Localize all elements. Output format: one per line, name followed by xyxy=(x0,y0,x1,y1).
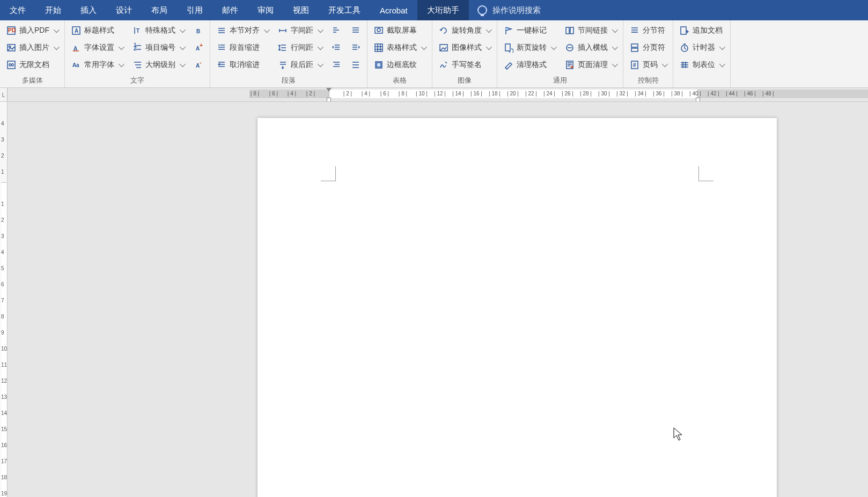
char-spacing-button[interactable]: 字间距 xyxy=(275,23,325,39)
ruler-v-tick: 15 xyxy=(1,426,7,432)
tell-me-search[interactable]: 操作说明搜索 xyxy=(469,0,549,20)
align-indent-left-button[interactable] xyxy=(328,40,344,56)
heading-style-button[interactable]: A标题样式 xyxy=(68,23,126,39)
ruler-corner[interactable]: L xyxy=(0,88,8,102)
font-settings-button[interactable]: A字体设置 xyxy=(68,40,126,56)
align-indent-right-icon xyxy=(332,60,341,70)
ribbon-group-label: 文字 xyxy=(68,73,207,87)
bold-button[interactable]: B xyxy=(190,23,207,39)
page[interactable] xyxy=(258,118,777,497)
screenshot-button[interactable]: 截取屏幕 xyxy=(371,23,429,39)
outline-level-button[interactable]: 大纲级别 xyxy=(129,57,187,73)
menu-6[interactable]: 邮件 xyxy=(212,0,248,20)
font-settings-icon: A xyxy=(71,43,81,53)
chevron-down-icon xyxy=(318,44,323,50)
svg-line-84 xyxy=(685,48,686,49)
horizontal-ruler[interactable]: L | 8 || 6 || 4 || 2 || 2 || 4 || 6 || 8… xyxy=(0,88,868,102)
align-justify-button[interactable] xyxy=(348,23,364,39)
svg-text:B: B xyxy=(196,28,200,34)
align-right-indent-button[interactable] xyxy=(348,40,364,56)
document-area[interactable] xyxy=(8,102,868,497)
timer-button[interactable]: 计时器 xyxy=(676,40,727,56)
ruler-tick: | 24 | xyxy=(543,91,555,97)
margin-marker-top-right xyxy=(698,166,713,181)
menu-5[interactable]: 引用 xyxy=(177,0,212,20)
menu-4[interactable]: 布局 xyxy=(142,0,177,20)
align-indent-right-button[interactable] xyxy=(328,57,344,73)
list-number-button[interactable]: 12项目编号 xyxy=(129,40,187,56)
indent-marker-right[interactable] xyxy=(696,98,700,102)
ribbon-group-控制符: 分节符分页符#页码控制符 xyxy=(623,20,673,87)
align-section-button[interactable]: 本节对齐 xyxy=(214,23,271,39)
rotate-button[interactable]: 旋转角度 xyxy=(436,23,494,39)
tab-stop-button[interactable]: 制表位 xyxy=(676,57,727,73)
menu-0[interactable]: 文件 xyxy=(0,0,35,20)
button-label: 特殊格式 xyxy=(145,26,175,35)
chevron-down-icon xyxy=(719,61,725,67)
svg-point-3 xyxy=(9,46,11,48)
button-label: 本节对齐 xyxy=(230,26,260,35)
menu-label: 大珩助手 xyxy=(427,5,459,16)
ruler-v-tick: 5 xyxy=(1,265,4,271)
menu-label: 设计 xyxy=(116,5,132,16)
flag-button[interactable]: 一键标记 xyxy=(501,23,558,39)
align-distribute-button[interactable] xyxy=(348,57,364,73)
sign-button[interactable]: 手写签名 xyxy=(436,57,494,73)
ribbon: PDF插入PDF插入图片无限文档多媒体A标题样式A字体设置Aa常用字体T特殊格式… xyxy=(0,20,868,88)
menu-2[interactable]: 插入 xyxy=(71,0,106,20)
ribbon-group-通用: 一键标记新页旋转清理格式节间链接插入横线页面清理通用 xyxy=(497,20,623,87)
align-left-button[interactable] xyxy=(328,23,344,39)
button-label: 手写签名 xyxy=(452,60,482,70)
indent-marker-bottom[interactable] xyxy=(327,98,331,102)
ribbon-group-label: 表格 xyxy=(371,73,429,87)
ruler-tick: | 46 | xyxy=(744,91,756,97)
menu-10[interactable]: Acrobat xyxy=(370,0,417,20)
font-size-down-button[interactable]: A- xyxy=(190,57,207,73)
font-size-up-button[interactable]: A+ xyxy=(190,40,207,56)
font-common-button[interactable]: Aa常用字体 xyxy=(68,57,126,73)
image-button[interactable]: 插入图片 xyxy=(3,40,61,56)
clear-format-button[interactable]: 清理格式 xyxy=(501,57,558,73)
ruler-margin-right[interactable] xyxy=(698,90,868,98)
svg-text:T: T xyxy=(136,28,139,34)
chevron-down-icon xyxy=(719,44,725,50)
ruler-tick: | 34 | xyxy=(635,91,646,97)
menu-1[interactable]: 开始 xyxy=(35,0,71,20)
new-page-rotate-button[interactable]: 新页旋转 xyxy=(501,40,558,56)
indent-cancel-button[interactable]: 取消缩进 xyxy=(214,57,271,73)
menu-8[interactable]: 视图 xyxy=(283,0,319,20)
pdf-button[interactable]: PDF插入PDF xyxy=(3,23,61,39)
append-doc-button[interactable]: 追加文档 xyxy=(676,23,727,39)
menu-3[interactable]: 设计 xyxy=(106,0,142,20)
ruler-v-tick: 11 xyxy=(1,362,7,368)
ruler-v-page-area[interactable] xyxy=(1,182,6,497)
insert-hr-button[interactable]: 插入横线 xyxy=(562,40,620,56)
page-number-button[interactable]: #页码 xyxy=(627,57,670,73)
indent-first-button[interactable]: 段首缩进 xyxy=(214,40,271,56)
chevron-down-icon xyxy=(612,61,618,67)
section-link-button[interactable]: 节间链接 xyxy=(562,23,620,39)
pdf-icon: PDF xyxy=(6,26,16,35)
image-icon xyxy=(6,43,16,53)
after-spacing-button[interactable]: 段后距 xyxy=(275,57,325,73)
section-break-button[interactable]: 分节符 xyxy=(627,23,670,39)
table-style-button[interactable]: 表格样式 xyxy=(371,40,429,56)
special-format-button[interactable]: T特殊格式 xyxy=(129,23,187,39)
infinity-button[interactable]: 无限文档 xyxy=(3,57,61,73)
button-label: 无限文档 xyxy=(19,60,49,70)
vertical-ruler[interactable]: 432112345678910111213141516171819 xyxy=(0,102,8,497)
chevron-down-icon xyxy=(180,61,186,67)
page-break-button[interactable]: 分页符 xyxy=(627,40,670,56)
page-clean-button[interactable]: 页面清理 xyxy=(562,57,620,73)
image-style-button[interactable]: 图像样式 xyxy=(436,40,494,56)
line-spacing-button[interactable]: 行间距 xyxy=(275,40,325,56)
menu-7[interactable]: 审阅 xyxy=(248,0,283,20)
ribbon-group-多媒体: PDF插入PDF插入图片无限文档多媒体 xyxy=(0,20,65,87)
menu-11[interactable]: 大珩助手 xyxy=(417,0,469,20)
menu-9[interactable]: 开发工具 xyxy=(319,0,370,20)
special-format-icon: T xyxy=(133,26,142,35)
align-section-icon xyxy=(217,26,226,35)
chevron-down-icon xyxy=(612,27,618,33)
border-shading-button[interactable]: 边框底纹 xyxy=(371,57,429,73)
indent-marker-top[interactable] xyxy=(326,88,332,92)
